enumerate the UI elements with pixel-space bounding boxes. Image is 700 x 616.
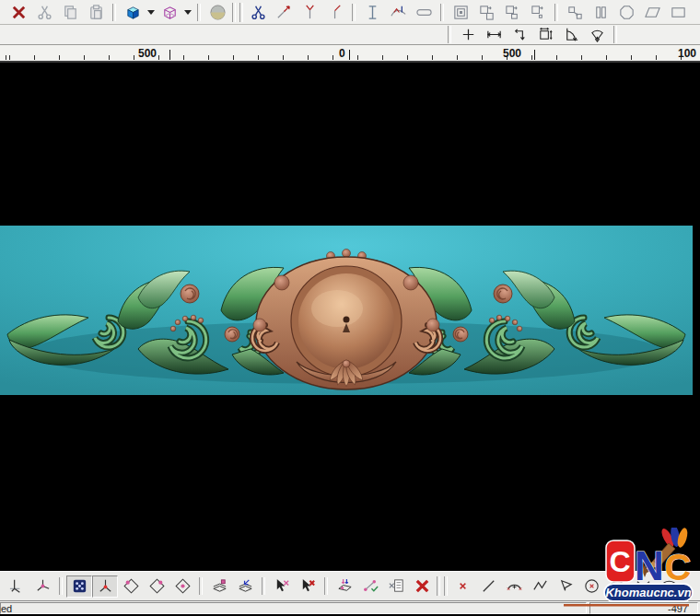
copy-icon[interactable] [57, 2, 83, 23]
measure-sector-icon[interactable] [584, 24, 610, 45]
draw-ellipse-icon[interactable] [604, 575, 630, 597]
cut-icon[interactable] [31, 2, 57, 23]
shear-parallelogram-icon[interactable] [639, 2, 665, 23]
trim-scissors-icon[interactable] [245, 2, 271, 23]
delete-icon[interactable] [6, 2, 31, 23]
draw-hidden-2-icon[interactable] [656, 575, 682, 597]
ruler-label: 100 [678, 48, 696, 60]
solid-view-cube-icon[interactable] [120, 2, 146, 23]
wireframe-view-dropdown-icon[interactable] [182, 2, 193, 23]
toolbar-measure [0, 25, 700, 45]
measure-path-icon[interactable] [507, 24, 532, 45]
status-message: ed [0, 602, 587, 614]
draw-polyline-icon[interactable] [527, 575, 553, 597]
wireframe-view-cube-icon[interactable] [157, 2, 182, 23]
toolbar-top [0, 0, 700, 25]
remove-from-list-icon[interactable] [383, 575, 409, 597]
rotate-axis-icon[interactable] [29, 575, 55, 597]
layer-extract-icon[interactable] [232, 575, 258, 597]
ruler-label: 0 [339, 48, 345, 60]
extend-line-icon[interactable] [271, 2, 297, 23]
iso-view-right-icon[interactable] [144, 575, 169, 597]
offset-contours-icon[interactable] [448, 2, 473, 23]
verify-curve-icon[interactable] [357, 575, 383, 597]
move-with-copy-icon[interactable] [499, 2, 525, 23]
draw-line-icon[interactable] [475, 575, 501, 597]
view-iso-axes-button[interactable] [92, 575, 118, 598]
relief-preview: .g1{fill:url(#leafG);stroke:#16381f;stro… [0, 226, 693, 395]
application-window: 500 0 500 100 [0, 0, 700, 616]
project-to-surface-icon[interactable] [332, 575, 357, 597]
layer-raise-icon[interactable] [206, 575, 232, 597]
scale-copy-icon[interactable] [525, 2, 551, 23]
rectangle-tool-icon[interactable] [665, 2, 691, 23]
delete-node-icon[interactable] [295, 575, 321, 597]
draw-point-icon[interactable] [449, 575, 475, 597]
horizontal-ruler: 500 0 500 100 [0, 45, 700, 63]
spline-refine-icon[interactable] [385, 2, 411, 23]
fillet-corner-icon[interactable] [297, 2, 322, 23]
ruler-label: 500 [138, 48, 157, 60]
measure-point-icon[interactable] [455, 24, 481, 45]
view-top-shaded-button[interactable] [66, 575, 92, 598]
render-sphere-icon[interactable] [204, 2, 230, 23]
delete-object-icon[interactable] [409, 575, 435, 597]
measure-distance-icon[interactable] [481, 24, 507, 45]
capsule-outline-icon[interactable] [411, 2, 437, 23]
solid-view-dropdown-icon[interactable] [146, 2, 157, 23]
draw-circle-icon[interactable] [578, 575, 604, 597]
viewport-canvas[interactable]: .g1{fill:url(#leafG);stroke:#16381f;stro… [0, 63, 700, 571]
origin-axis-icon[interactable] [4, 575, 29, 597]
iso-view-top-icon[interactable] [169, 575, 195, 597]
draw-hidden-1-icon[interactable] [630, 575, 656, 597]
ruler-ticks [0, 55, 700, 60]
chamfer-corner-icon[interactable] [322, 2, 348, 23]
measure-bounds-icon[interactable] [532, 24, 558, 45]
status-coordinate: -497 [589, 602, 698, 614]
iso-view-left-icon[interactable] [118, 575, 144, 597]
copy-with-offset-icon[interactable] [473, 2, 499, 23]
select-node-icon[interactable] [269, 575, 295, 597]
split-columns-icon[interactable] [588, 2, 613, 23]
ruler-label: 500 [503, 48, 521, 60]
text-cursor-icon[interactable] [359, 2, 385, 23]
status-bar: ed -497 [0, 600, 700, 614]
toolbar-bottom [0, 571, 700, 600]
measure-angle-icon[interactable] [558, 24, 584, 45]
transform-to-rect-icon[interactable] [562, 2, 588, 23]
polygon-tool-icon[interactable] [613, 2, 639, 23]
draw-polygon-icon[interactable] [553, 575, 578, 597]
draw-arc-icon[interactable] [501, 575, 527, 597]
paste-icon[interactable] [83, 2, 109, 23]
